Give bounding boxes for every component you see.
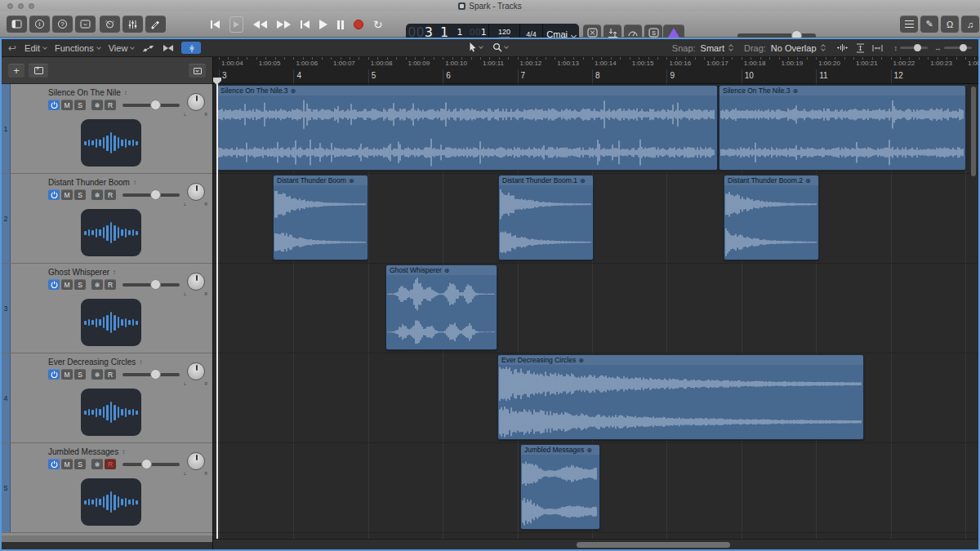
track-header-config-button[interactable] <box>189 64 206 78</box>
track-volume-slider[interactable] <box>122 283 180 287</box>
list-editors-icon[interactable] <box>900 16 918 33</box>
mute-button[interactable]: M <box>61 369 73 380</box>
traffic-lights[interactable] <box>7 3 34 9</box>
track-name[interactable]: Jumbled Messages↕ <box>48 447 125 456</box>
forward-icon[interactable] <box>277 16 291 33</box>
track-power-button[interactable] <box>48 369 60 380</box>
pan-knob[interactable] <box>187 183 205 201</box>
track-volume-slider[interactable] <box>122 373 180 376</box>
snap-select[interactable]: Smart <box>701 43 733 53</box>
mute-button[interactable]: M <box>61 459 73 469</box>
audio-region[interactable]: Silence On The Nile.3⊕ <box>719 85 966 171</box>
horizontal-zoom-slider[interactable]: ↔ <box>934 44 972 52</box>
freeze-button[interactable]: ❄ <box>91 100 103 110</box>
catch-playhead-button[interactable]: ›|‹ <box>181 42 201 54</box>
toolbar-toggle-icon[interactable] <box>75 16 96 33</box>
freeze-button[interactable]: ❄ <box>91 279 103 290</box>
pan-knob[interactable] <box>187 273 205 291</box>
flex-icon[interactable] <box>163 45 173 51</box>
audio-region[interactable]: Ghost Whisperer⊕ <box>385 264 497 350</box>
automation-icon[interactable] <box>142 43 155 53</box>
track-volume-slider[interactable] <box>122 104 180 107</box>
track-name[interactable]: Silence On The Nile↕ <box>48 88 127 97</box>
drag-select[interactable]: No Overlap <box>771 43 825 53</box>
minimize-window-icon[interactable] <box>18 3 24 9</box>
menu-view[interactable]: View <box>109 43 135 53</box>
mute-button[interactable]: M <box>61 279 73 290</box>
track-volume-thumb[interactable] <box>141 459 152 469</box>
zoom-window-icon[interactable] <box>29 3 34 9</box>
note-pads-icon[interactable]: ✎ <box>920 16 938 33</box>
play-from-selection-icon[interactable] <box>229 16 243 33</box>
timeline-ruler[interactable]: 1:00:041:00:051:00:061:00:071:00:081:00:… <box>213 57 978 84</box>
mixer-icon[interactable] <box>122 16 143 33</box>
solo-button[interactable]: S <box>74 459 86 469</box>
solo-button[interactable]: S <box>74 100 86 110</box>
zoom-tool-menu[interactable] <box>492 42 508 52</box>
record-enable-button[interactable]: R <box>105 100 116 110</box>
mute-button[interactable]: M <box>61 100 73 110</box>
track-volume-thumb[interactable] <box>150 100 161 110</box>
menu-edit[interactable]: Edit <box>24 43 47 53</box>
track-header[interactable]: 1Silence On The Nile↕MS❄RLR <box>2 84 212 174</box>
waveform-zoom-icon[interactable] <box>836 43 849 52</box>
solo-button[interactable]: S <box>74 369 86 380</box>
play-icon[interactable] <box>319 16 327 33</box>
vertical-scrollbar[interactable] <box>971 87 976 176</box>
browsers-icon[interactable]: ♫ <box>961 16 979 33</box>
solo-button[interactable]: S <box>74 189 86 200</box>
pan-knob[interactable] <box>187 452 205 470</box>
go-to-beginning-icon[interactable] <box>211 16 220 33</box>
stop-icon[interactable] <box>301 16 310 33</box>
track-header[interactable]: 5Jumbled Messages↕MS❄RLR <box>2 443 212 533</box>
region-area[interactable]: Silence On The Nile.3⊕Silence On The Nil… <box>213 84 978 539</box>
cycle-icon[interactable]: ↻ <box>373 16 383 33</box>
track-name[interactable]: Ghost Whisperer↕ <box>48 268 116 277</box>
pause-icon[interactable] <box>337 16 344 33</box>
inspector-icon[interactable]: i <box>29 16 50 33</box>
audio-region[interactable]: Jumbled Messages⊕ <box>520 444 600 530</box>
track-volume-thumb[interactable] <box>150 279 161 290</box>
duplicate-track-button[interactable] <box>29 64 48 78</box>
audio-region[interactable]: Silence On The Nile.3⊕ <box>216 85 718 171</box>
playhead-line[interactable] <box>216 84 218 539</box>
solo-button[interactable]: S <box>74 279 86 290</box>
track-name[interactable]: Ever Decreasing Circles↕ <box>48 358 142 367</box>
record-icon[interactable] <box>354 16 363 33</box>
track-name-stepper-icon[interactable]: ↕ <box>122 448 125 455</box>
rewind-icon[interactable] <box>253 16 267 33</box>
track-header[interactable]: 2Distant Thunder Boom↕MS❄RLR <box>2 174 212 264</box>
horizontal-scrollbar[interactable] <box>577 542 730 548</box>
audio-region[interactable]: Distant Thunder Boom⊕ <box>273 175 368 260</box>
pan-knob[interactable] <box>187 93 205 111</box>
track-power-button[interactable] <box>48 100 60 110</box>
record-enable-button[interactable]: R <box>105 369 116 380</box>
freeze-button[interactable]: ❄ <box>91 459 103 469</box>
freeze-button[interactable]: ❄ <box>91 369 103 380</box>
menu-functions[interactable]: Functions <box>55 43 100 53</box>
undo-arrow-icon[interactable]: ↩ <box>8 42 16 54</box>
record-enable-button[interactable]: R <box>105 279 116 290</box>
track-name-stepper-icon[interactable]: ↕ <box>133 179 136 186</box>
track-volume-thumb[interactable] <box>150 369 161 380</box>
track-name-stepper-icon[interactable]: ↕ <box>139 358 142 366</box>
close-window-icon[interactable] <box>7 3 13 9</box>
track-power-button[interactable] <box>48 459 60 469</box>
add-track-button[interactable]: + <box>8 64 24 78</box>
fit-zoom-icon[interactable] <box>872 44 883 52</box>
audio-region[interactable]: Distant Thunder Boom.1⊕ <box>498 175 594 260</box>
smart-controls-icon[interactable] <box>100 16 120 33</box>
mute-button[interactable]: M <box>61 189 73 200</box>
editors-icon[interactable] <box>145 16 166 33</box>
track-volume-thumb[interactable] <box>150 189 161 200</box>
quick-help-icon[interactable]: ? <box>52 16 73 33</box>
apple-loops-icon[interactable]: Ω <box>941 16 959 33</box>
vertical-auto-zoom-icon[interactable] <box>856 43 865 53</box>
track-power-button[interactable] <box>48 279 60 290</box>
audio-region[interactable]: Distant Thunder Boom.2⊕ <box>724 175 819 260</box>
record-enable-button[interactable]: R <box>105 189 116 200</box>
library-icon[interactable] <box>7 16 27 33</box>
audio-region[interactable]: Ever Decreasing Circles⊕ <box>497 354 864 440</box>
track-header[interactable]: 4Ever Decreasing Circles↕MS❄RLR <box>2 353 212 443</box>
track-volume-slider[interactable] <box>122 193 180 197</box>
